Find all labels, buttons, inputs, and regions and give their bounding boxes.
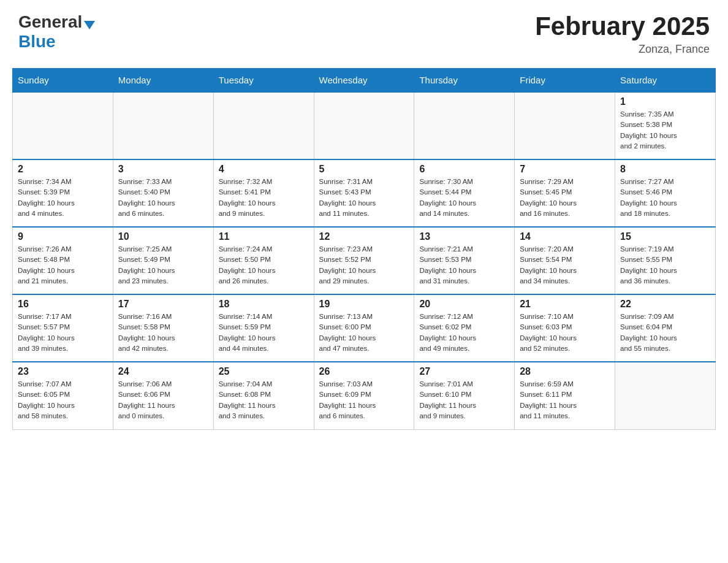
day-number: 7 — [520, 164, 610, 175]
calendar-cell: 1Sunrise: 7:35 AM Sunset: 5:38 PM Daylig… — [615, 92, 716, 159]
day-info: Sunrise: 7:14 AM Sunset: 5:59 PM Dayligh… — [219, 312, 309, 354]
calendar-cell: 13Sunrise: 7:21 AM Sunset: 5:53 PM Dayli… — [414, 227, 515, 294]
calendar-cell: 12Sunrise: 7:23 AM Sunset: 5:52 PM Dayli… — [314, 227, 414, 294]
day-number: 9 — [18, 231, 108, 242]
day-info: Sunrise: 7:13 AM Sunset: 6:00 PM Dayligh… — [319, 312, 409, 354]
calendar-cell: 23Sunrise: 7:07 AM Sunset: 6:05 PM Dayli… — [13, 362, 113, 429]
day-number: 5 — [319, 164, 409, 175]
calendar-cell: 2Sunrise: 7:34 AM Sunset: 5:39 PM Daylig… — [13, 159, 113, 227]
calendar-cell: 25Sunrise: 7:04 AM Sunset: 6:08 PM Dayli… — [213, 362, 314, 429]
day-info: Sunrise: 7:35 AM Sunset: 5:38 PM Dayligh… — [620, 109, 710, 151]
day-number: 8 — [620, 164, 710, 175]
weekday-header-thursday: Thursday — [414, 69, 515, 93]
calendar-cell: 7Sunrise: 7:29 AM Sunset: 5:45 PM Daylig… — [515, 159, 615, 227]
calendar-cell: 19Sunrise: 7:13 AM Sunset: 6:00 PM Dayli… — [314, 294, 414, 362]
day-number: 13 — [419, 231, 509, 242]
calendar-cell: 10Sunrise: 7:25 AM Sunset: 5:49 PM Dayli… — [113, 227, 213, 294]
day-number: 19 — [319, 299, 409, 310]
day-number: 11 — [219, 231, 309, 242]
weekday-header-sunday: Sunday — [13, 69, 113, 93]
calendar-week-5: 23Sunrise: 7:07 AM Sunset: 6:05 PM Dayli… — [13, 362, 716, 429]
day-info: Sunrise: 7:27 AM Sunset: 5:46 PM Dayligh… — [620, 177, 710, 219]
day-number: 15 — [620, 231, 710, 242]
calendar-cell — [213, 92, 314, 159]
calendar-cell: 8Sunrise: 7:27 AM Sunset: 5:46 PM Daylig… — [615, 159, 716, 227]
day-number: 17 — [118, 299, 208, 310]
day-info: Sunrise: 7:17 AM Sunset: 5:57 PM Dayligh… — [18, 312, 108, 354]
calendar-week-1: 1Sunrise: 7:35 AM Sunset: 5:38 PM Daylig… — [13, 92, 716, 159]
day-number: 12 — [319, 231, 409, 242]
day-info: Sunrise: 7:20 AM Sunset: 5:54 PM Dayligh… — [520, 244, 610, 286]
svg-marker-0 — [84, 21, 95, 29]
month-title: February 2025 — [535, 12, 710, 40]
weekday-header-row: SundayMondayTuesdayWednesdayThursdayFrid… — [13, 69, 716, 93]
day-number: 21 — [520, 299, 610, 310]
day-number: 23 — [18, 366, 108, 377]
day-number: 22 — [620, 299, 710, 310]
title-block: February 2025 Zonza, France — [535, 12, 710, 56]
calendar-cell: 5Sunrise: 7:31 AM Sunset: 5:43 PM Daylig… — [314, 159, 414, 227]
day-info: Sunrise: 7:29 AM Sunset: 5:45 PM Dayligh… — [520, 177, 610, 219]
day-info: Sunrise: 7:01 AM Sunset: 6:10 PM Dayligh… — [419, 379, 509, 421]
logo-general-text: General — [18, 12, 82, 31]
weekday-header-monday: Monday — [113, 69, 213, 93]
day-number: 24 — [118, 366, 208, 377]
day-info: Sunrise: 7:04 AM Sunset: 6:08 PM Dayligh… — [219, 379, 309, 421]
day-info: Sunrise: 7:34 AM Sunset: 5:39 PM Dayligh… — [18, 177, 108, 219]
day-number: 14 — [520, 231, 610, 242]
calendar-week-3: 9Sunrise: 7:26 AM Sunset: 5:48 PM Daylig… — [13, 227, 716, 294]
calendar-cell — [414, 92, 515, 159]
day-number: 20 — [419, 299, 509, 310]
day-info: Sunrise: 7:16 AM Sunset: 5:58 PM Dayligh… — [118, 312, 208, 354]
calendar-cell: 6Sunrise: 7:30 AM Sunset: 5:44 PM Daylig… — [414, 159, 515, 227]
location: Zonza, France — [535, 43, 710, 56]
logo: General Blue — [18, 12, 95, 52]
day-info: Sunrise: 6:59 AM Sunset: 6:11 PM Dayligh… — [520, 379, 610, 421]
day-info: Sunrise: 7:06 AM Sunset: 6:06 PM Dayligh… — [118, 379, 208, 421]
calendar-cell: 16Sunrise: 7:17 AM Sunset: 5:57 PM Dayli… — [13, 294, 113, 362]
calendar-cell: 9Sunrise: 7:26 AM Sunset: 5:48 PM Daylig… — [13, 227, 113, 294]
calendar-week-4: 16Sunrise: 7:17 AM Sunset: 5:57 PM Dayli… — [13, 294, 716, 362]
day-info: Sunrise: 7:19 AM Sunset: 5:55 PM Dayligh… — [620, 244, 710, 286]
calendar-cell: 11Sunrise: 7:24 AM Sunset: 5:50 PM Dayli… — [213, 227, 314, 294]
calendar-table: SundayMondayTuesdayWednesdayThursdayFrid… — [12, 68, 716, 430]
page-header: General Blue February 2025 Zonza, France — [0, 0, 728, 62]
day-number: 3 — [118, 164, 208, 175]
day-info: Sunrise: 7:32 AM Sunset: 5:41 PM Dayligh… — [219, 177, 309, 219]
calendar-cell: 20Sunrise: 7:12 AM Sunset: 6:02 PM Dayli… — [414, 294, 515, 362]
day-info: Sunrise: 7:31 AM Sunset: 5:43 PM Dayligh… — [319, 177, 409, 219]
day-info: Sunrise: 7:10 AM Sunset: 6:03 PM Dayligh… — [520, 312, 610, 354]
day-info: Sunrise: 7:07 AM Sunset: 6:05 PM Dayligh… — [18, 379, 108, 421]
day-number: 10 — [118, 231, 208, 242]
calendar-cell — [615, 362, 716, 429]
weekday-header-wednesday: Wednesday — [314, 69, 414, 93]
calendar-week-2: 2Sunrise: 7:34 AM Sunset: 5:39 PM Daylig… — [13, 159, 716, 227]
day-number: 6 — [419, 164, 509, 175]
day-info: Sunrise: 7:26 AM Sunset: 5:48 PM Dayligh… — [18, 244, 108, 286]
calendar-cell: 21Sunrise: 7:10 AM Sunset: 6:03 PM Dayli… — [515, 294, 615, 362]
calendar-cell — [113, 92, 213, 159]
day-info: Sunrise: 7:25 AM Sunset: 5:49 PM Dayligh… — [118, 244, 208, 286]
logo-blue-text: Blue — [18, 32, 56, 51]
calendar-cell: 14Sunrise: 7:20 AM Sunset: 5:54 PM Dayli… — [515, 227, 615, 294]
day-number: 25 — [219, 366, 309, 377]
calendar-cell: 17Sunrise: 7:16 AM Sunset: 5:58 PM Dayli… — [113, 294, 213, 362]
day-number: 28 — [520, 366, 610, 377]
calendar-cell — [13, 92, 113, 159]
calendar-cell: 18Sunrise: 7:14 AM Sunset: 5:59 PM Dayli… — [213, 294, 314, 362]
calendar-cell: 3Sunrise: 7:33 AM Sunset: 5:40 PM Daylig… — [113, 159, 213, 227]
day-info: Sunrise: 7:03 AM Sunset: 6:09 PM Dayligh… — [319, 379, 409, 421]
calendar-cell: 15Sunrise: 7:19 AM Sunset: 5:55 PM Dayli… — [615, 227, 716, 294]
day-number: 4 — [219, 164, 309, 175]
day-info: Sunrise: 7:30 AM Sunset: 5:44 PM Dayligh… — [419, 177, 509, 219]
day-info: Sunrise: 7:09 AM Sunset: 6:04 PM Dayligh… — [620, 312, 710, 354]
weekday-header-friday: Friday — [515, 69, 615, 93]
day-info: Sunrise: 7:12 AM Sunset: 6:02 PM Dayligh… — [419, 312, 509, 354]
calendar-cell: 27Sunrise: 7:01 AM Sunset: 6:10 PM Dayli… — [414, 362, 515, 429]
calendar-cell: 26Sunrise: 7:03 AM Sunset: 6:09 PM Dayli… — [314, 362, 414, 429]
calendar-cell: 28Sunrise: 6:59 AM Sunset: 6:11 PM Dayli… — [515, 362, 615, 429]
day-number: 27 — [419, 366, 509, 377]
logo-arrow-icon — [84, 20, 95, 31]
calendar-cell: 4Sunrise: 7:32 AM Sunset: 5:41 PM Daylig… — [213, 159, 314, 227]
calendar-cell: 24Sunrise: 7:06 AM Sunset: 6:06 PM Dayli… — [113, 362, 213, 429]
